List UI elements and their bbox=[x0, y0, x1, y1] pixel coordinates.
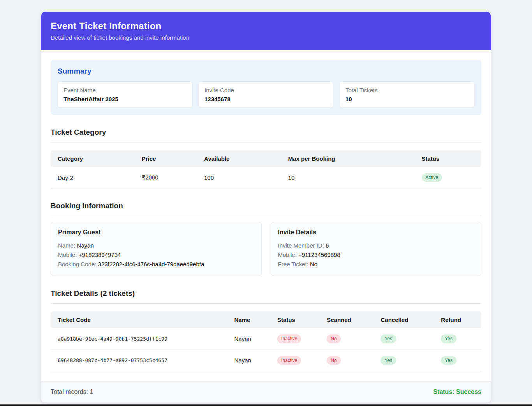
primary-guest-card: Primary Guest Name: Nayan Mobile: +91823… bbox=[51, 222, 262, 276]
field-mobile: Mobile: +911234569898 bbox=[278, 250, 474, 260]
panel-header: Event Ticket Information Detailed view o… bbox=[41, 12, 491, 50]
cell-ticket-code: 69648288-087c-4b77-a892-07753c5c4657 bbox=[51, 350, 227, 371]
status-badge: Inactive bbox=[277, 334, 301, 343]
cell-available: 100 bbox=[197, 167, 281, 188]
status-badge: Inactive bbox=[277, 356, 301, 365]
cell-price: ₹2000 bbox=[135, 167, 197, 188]
main-panel: Event Ticket Information Detailed view o… bbox=[41, 12, 491, 402]
cell-scanned: No bbox=[320, 328, 373, 350]
status-badge: Active bbox=[422, 173, 442, 182]
table-row: 69648288-087c-4b77-a892-07753c5c4657 Nay… bbox=[51, 350, 481, 371]
cell-name: Nayan bbox=[227, 328, 270, 350]
summary-card-value: TheSheriAffair 2025 bbox=[63, 96, 187, 102]
total-records: Total records: 1 bbox=[51, 388, 93, 395]
refund-badge: Yes bbox=[441, 334, 456, 343]
refund-badge: Yes bbox=[441, 356, 456, 365]
field-value: Nayan bbox=[77, 242, 93, 249]
field-value: 323f2282-4fc6-476c-ba4d-79daeed9ebfa bbox=[98, 261, 204, 267]
column-header-scanned: Scanned bbox=[320, 311, 373, 328]
column-header-status: Status bbox=[415, 150, 481, 167]
panel-body: Summary Event Name TheSheriAffair 2025 I… bbox=[41, 50, 491, 371]
summary-card-label: Event Name bbox=[63, 87, 187, 93]
scanned-badge: No bbox=[327, 356, 340, 365]
cell-cancelled: Yes bbox=[373, 350, 434, 371]
invite-details-title: Invite Details bbox=[278, 229, 474, 236]
summary-card-label: Invite Code bbox=[204, 87, 328, 93]
cell-category: Day-2 bbox=[51, 167, 135, 188]
field-value: No bbox=[310, 261, 317, 267]
column-header-name: Name bbox=[227, 311, 270, 328]
table-row: Day-2 ₹2000 100 10 Active bbox=[51, 167, 481, 188]
summary-card-label: Total Tickets bbox=[345, 87, 469, 93]
ticket-details-table: Ticket Code Name Status Scanned Cancelle… bbox=[51, 311, 481, 371]
cell-ticket-code: a8a918be-91ec-4a49-90b1-75225dff1c99 bbox=[51, 328, 227, 350]
field-value: +911234569898 bbox=[298, 251, 340, 258]
table-row: a8a918be-91ec-4a49-90b1-75225dff1c99 Nay… bbox=[51, 328, 481, 350]
cell-scanned: No bbox=[320, 350, 373, 371]
cell-max-per-booking: 10 bbox=[281, 167, 415, 188]
summary-card-event-name: Event Name TheSheriAffair 2025 bbox=[58, 81, 192, 108]
cell-cancelled: Yes bbox=[373, 328, 434, 350]
summary-card-total-tickets: Total Tickets 10 bbox=[340, 81, 474, 108]
summary-card-value: 12345678 bbox=[204, 96, 328, 102]
field-label: Booking Code: bbox=[58, 261, 96, 267]
field-value: +918238949734 bbox=[79, 251, 121, 258]
page-title: Event Ticket Information bbox=[51, 21, 481, 32]
cell-refund: Yes bbox=[434, 350, 481, 371]
field-label: Invite Member ID: bbox=[278, 242, 324, 249]
booking-information-heading: Booking Information bbox=[51, 202, 481, 216]
column-header-refund: Refund bbox=[434, 311, 481, 328]
cell-status: Active bbox=[415, 167, 481, 188]
status-success: Status: Success bbox=[433, 388, 481, 395]
cancelled-badge: Yes bbox=[381, 356, 396, 365]
cell-refund: Yes bbox=[434, 328, 481, 350]
column-header-cancelled: Cancelled bbox=[373, 311, 434, 328]
cell-name: Nayan bbox=[227, 350, 270, 371]
column-header-available: Available bbox=[197, 150, 281, 167]
summary-cards: Event Name TheSheriAffair 2025 Invite Co… bbox=[58, 81, 474, 108]
field-value: 6 bbox=[326, 242, 329, 249]
field-free-ticket: Free Ticket: No bbox=[278, 260, 474, 269]
field-label: Name: bbox=[58, 242, 75, 249]
page-subtitle: Detailed view of ticket bookings and inv… bbox=[51, 34, 481, 41]
ticket-category-heading: Ticket Category bbox=[51, 128, 481, 142]
cell-status: Inactive bbox=[270, 350, 320, 371]
cancelled-badge: Yes bbox=[381, 334, 396, 343]
primary-guest-title: Primary Guest bbox=[58, 229, 254, 236]
column-header-price: Price bbox=[135, 150, 197, 167]
booking-cards: Primary Guest Name: Nayan Mobile: +91823… bbox=[51, 222, 481, 276]
table-header-row: Category Price Available Max per Booking… bbox=[51, 150, 481, 167]
column-header-max-per-booking: Max per Booking bbox=[281, 150, 415, 167]
field-mobile: Mobile: +918238949734 bbox=[58, 250, 254, 260]
panel-footer: Total records: 1 Status: Success bbox=[41, 381, 491, 402]
table-header-row: Ticket Code Name Status Scanned Cancelle… bbox=[51, 311, 481, 328]
invite-details-card: Invite Details Invite Member ID: 6 Mobil… bbox=[271, 222, 482, 276]
screen-bottom-edge bbox=[0, 404, 532, 406]
column-header-category: Category bbox=[51, 150, 135, 167]
summary-card-invite-code: Invite Code 12345678 bbox=[199, 81, 333, 108]
summary-section: Summary Event Name TheSheriAffair 2025 I… bbox=[51, 60, 481, 115]
field-label: Mobile: bbox=[58, 251, 77, 258]
scanned-badge: No bbox=[327, 334, 340, 343]
column-header-status: Status bbox=[270, 311, 320, 328]
ticket-details-heading: Ticket Details (2 tickets) bbox=[51, 289, 481, 304]
summary-card-value: 10 bbox=[345, 96, 469, 102]
field-label: Free Ticket: bbox=[278, 261, 308, 267]
field-invite-member-id: Invite Member ID: 6 bbox=[278, 241, 474, 250]
column-header-ticket-code: Ticket Code bbox=[51, 311, 227, 328]
cell-status: Inactive bbox=[270, 328, 320, 350]
field-name: Name: Nayan bbox=[58, 241, 254, 250]
ticket-category-table: Category Price Available Max per Booking… bbox=[51, 150, 481, 188]
field-booking-code: Booking Code: 323f2282-4fc6-476c-ba4d-79… bbox=[58, 260, 254, 269]
field-label: Mobile: bbox=[278, 251, 297, 258]
summary-heading: Summary bbox=[58, 67, 474, 76]
